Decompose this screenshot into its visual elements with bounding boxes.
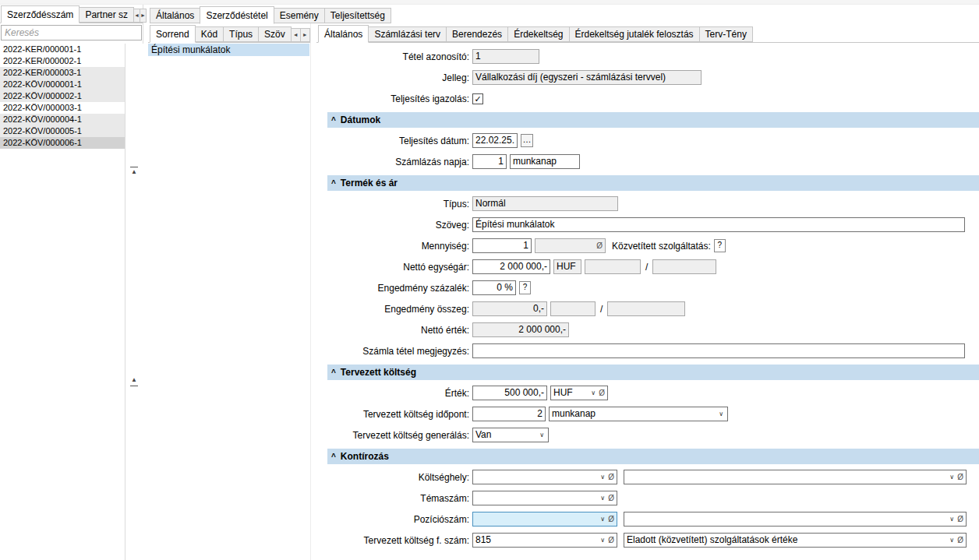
fulfillment-date-input[interactable]: 22.02.25. <box>472 133 518 148</box>
billing-day-input[interactable]: 1 <box>472 154 507 169</box>
type-label: Típus: <box>316 199 469 210</box>
chevron-down-icon[interactable]: ∨ <box>598 474 607 481</box>
tab-szerzodesszam[interactable]: Szerződésszám <box>1 5 80 23</box>
fulfillment-date-label: Teljesítés dátum: <box>316 136 469 146</box>
planned-cost-gl-label: Tervezett költség f. szám: <box>316 535 469 546</box>
tab-szerzodestetel[interactable]: Szerződéstétel <box>200 6 274 24</box>
contract-list-item[interactable]: 2022-KER/000001-1 <box>0 44 125 55</box>
tab-terv-teny[interactable]: Terv-Tény <box>699 26 753 42</box>
contract-list-item[interactable]: 2022-KÖV/000003-1 <box>0 102 125 114</box>
text-input[interactable]: Építési munkálatok <box>472 217 965 232</box>
section-termek-es-ar[interactable]: ^ Termék és ár <box>327 175 979 191</box>
position-number-combo[interactable]: ∨ Ø <box>472 512 617 527</box>
position-name-combo[interactable]: ∨ Ø <box>624 512 967 527</box>
chevron-down-icon[interactable]: ∨ <box>537 431 546 438</box>
cost-center-name-combo[interactable]: ∨ Ø <box>624 470 967 484</box>
item-detail-form: Tétel azonosító: 1 Jelleg: Vállalkozási … <box>316 43 979 560</box>
contract-list-item[interactable]: 2022-KÖV/000001-1 <box>0 79 125 90</box>
position-number-label: Pozíciószám: <box>316 514 469 525</box>
tab-scroll-right-icon[interactable]: ► <box>300 28 310 42</box>
fulfillment-cert-label: Teljesítés igazolás: <box>316 93 469 104</box>
fulfillment-cert-checkbox[interactable]: ✓ <box>472 93 483 104</box>
contract-selector-tabs: Szerződésszám Partner sz ◄ ► <box>0 5 143 23</box>
tab-tipus[interactable]: Típus <box>223 26 259 42</box>
chevron-down-icon[interactable]: ∨ <box>947 474 956 481</box>
tab-kod[interactable]: Kód <box>195 26 224 42</box>
planned-cost-time-label: Tervezett költség időpont: <box>316 409 469 420</box>
contract-search-input[interactable] <box>1 25 142 41</box>
discount-question-button[interactable]: ? <box>519 281 531 294</box>
planned-cost-gl-combo[interactable]: 815 ∨ Ø <box>472 533 617 548</box>
mediated-service-question-button[interactable]: ? <box>714 239 726 252</box>
item-sort-tabs: Sorrend Kód Típus Szöv ◄ ► <box>148 23 310 43</box>
tab-erdekeltseg-jutalek[interactable]: Érdekeltség jutalék felosztás <box>569 26 700 42</box>
jump-to-bottom-icon[interactable]: ▲ <box>128 375 140 388</box>
discount-alt-unit-field <box>607 301 685 316</box>
attachment-icon[interactable]: Ø <box>596 239 603 252</box>
planned-cost-gl-name-combo[interactable]: Eladott (közvetített) szolgáltatások ért… <box>624 533 967 548</box>
contract-list-item[interactable]: 2022-KER/000003-1 <box>0 67 125 79</box>
quantity-unit-field: Ø <box>535 238 606 253</box>
cost-center-combo[interactable]: ∨ Ø <box>472 470 617 484</box>
attachment-icon[interactable]: Ø <box>956 536 964 544</box>
planned-cost-currency-combo[interactable]: HUF ∨ Ø <box>550 386 608 400</box>
chevron-down-icon[interactable]: ∨ <box>598 516 607 523</box>
contract-list-item[interactable]: 2022-KÖV/000004-1 <box>0 114 125 125</box>
chevron-down-icon[interactable]: ∨ <box>716 410 726 417</box>
contract-list: 2022-KER/000001-1 2022-KER/000002-1 2022… <box>0 44 125 560</box>
chevron-down-icon[interactable]: ∨ <box>598 495 607 502</box>
tab-partner[interactable]: Partner sz <box>79 7 134 23</box>
attachment-icon[interactable]: Ø <box>607 494 615 502</box>
tab-scroll-right-icon[interactable]: ► <box>140 9 147 23</box>
attachment-icon[interactable]: Ø <box>607 536 615 544</box>
contract-list-item[interactable]: 2022-KÖV/000002-1 <box>0 90 125 102</box>
contract-list-panel: Szerződésszám Partner sz ◄ ► 2022-KER/00… <box>0 5 143 560</box>
planned-cost-time-unit-combo[interactable]: munkanap ∨ <box>549 407 728 421</box>
attachment-icon[interactable]: Ø <box>607 515 615 523</box>
planned-cost-generation-combo[interactable]: Van ∨ <box>472 428 549 442</box>
attachment-icon[interactable]: Ø <box>956 473 964 481</box>
chevron-down-icon[interactable]: ∨ <box>598 537 607 544</box>
tab-detail-altalanos[interactable]: Általános <box>318 25 369 43</box>
collapse-icon: ^ <box>331 116 336 125</box>
discount-percent-label: Engedmény százalék: <box>316 283 469 294</box>
tab-szamlazasi-terv[interactable]: Számlázási terv <box>368 26 447 42</box>
planned-cost-value-input[interactable]: 500 000,- <box>472 386 547 400</box>
quantity-label: Mennyiség: <box>316 241 469 252</box>
contract-item-row-selected[interactable]: Építési munkálatok <box>148 44 309 56</box>
section-kontirozas[interactable]: ^ Kontírozás <box>327 449 979 464</box>
section-datumok[interactable]: ^ Dátumok <box>327 112 979 128</box>
attachment-icon[interactable]: Ø <box>607 473 615 481</box>
item-list-panel: Sorrend Kód Típus Szöv ◄ ► Építési munká… <box>148 23 311 560</box>
jump-to-top-icon[interactable]: ▲ <box>128 165 140 178</box>
discount-percent-input[interactable]: 0 % <box>472 280 516 295</box>
planned-cost-generation-label: Tervezett költség generálás: <box>316 430 469 441</box>
section-tervezett-koltseg[interactable]: ^ Tervezett költség <box>327 365 979 380</box>
cost-center-label: Költséghely: <box>316 472 469 483</box>
billing-day-unit-input[interactable]: munkanap <box>510 154 580 169</box>
chevron-down-icon[interactable]: ∨ <box>588 389 598 396</box>
contract-detail-region: Általános Szerződéstétel Esemény Teljesí… <box>148 5 979 560</box>
tab-szoveg[interactable]: Szöv <box>258 26 292 42</box>
attachment-icon[interactable]: Ø <box>598 389 606 397</box>
attachment-icon[interactable]: Ø <box>956 515 964 523</box>
invoice-note-input[interactable] <box>472 343 965 358</box>
chevron-down-icon[interactable]: ∨ <box>947 516 956 523</box>
net-unit-price-input[interactable]: 2 000 000,- <box>472 259 550 274</box>
contract-list-item[interactable]: 2022-KER/000002-1 <box>0 55 125 67</box>
tab-sorrend[interactable]: Sorrend <box>150 25 196 43</box>
chevron-down-icon[interactable]: ∨ <box>947 537 956 544</box>
tab-erdekeltseg[interactable]: Érdekeltség <box>507 26 569 42</box>
date-picker-button[interactable]: … <box>521 134 533 147</box>
tab-berendezes[interactable]: Berendezés <box>446 26 508 42</box>
contract-list-item[interactable]: 2022-KÖV/000005-1 <box>0 125 125 137</box>
quantity-input[interactable]: 1 <box>472 238 532 253</box>
contract-list-item-selected[interactable]: 2022-KÖV/000006-1 <box>0 137 125 149</box>
topic-number-combo[interactable]: ∨ Ø <box>472 491 617 505</box>
tab-teljesitettseg[interactable]: Teljesítettség <box>324 8 391 23</box>
planned-cost-time-input[interactable]: 2 <box>472 407 546 421</box>
net-unit-price-label: Nettó egységár: <box>316 262 469 273</box>
tab-esemeny[interactable]: Esemény <box>274 8 325 23</box>
contract-list-scrollbar[interactable]: ▲ ▲ <box>125 44 143 560</box>
tab-altalanos[interactable]: Általános <box>150 8 200 23</box>
